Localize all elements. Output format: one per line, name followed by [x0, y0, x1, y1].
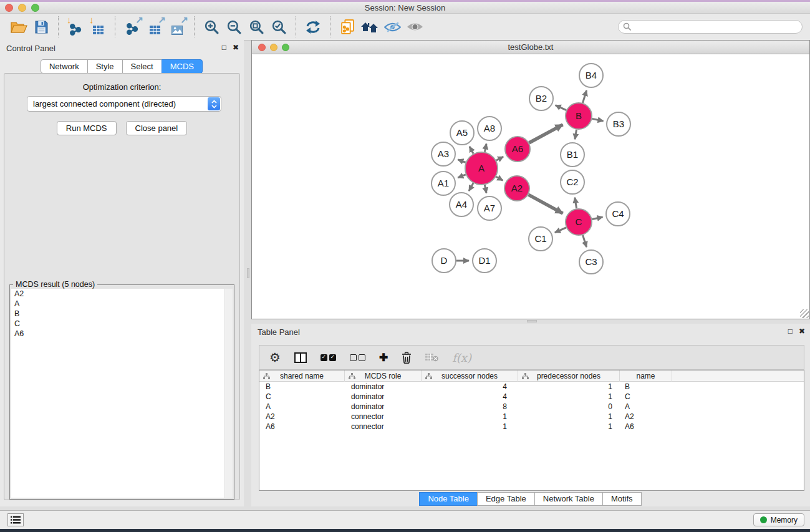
mcds-result-item[interactable]: A [11, 299, 233, 309]
resize-grip[interactable] [800, 309, 809, 318]
node-A5[interactable]: A5 [450, 121, 474, 145]
float-panel-icon[interactable]: □ [788, 327, 793, 336]
table-row[interactable]: Cdominator41C [259, 392, 804, 402]
edge-A6-B[interactable] [529, 125, 562, 143]
node-B2[interactable]: B2 [529, 87, 553, 110]
node-A7[interactable]: A7 [478, 196, 501, 220]
delete-table-button-disabled[interactable] [425, 353, 438, 362]
node-B4[interactable]: B4 [579, 64, 603, 87]
table-row[interactable]: Bdominator41B [259, 382, 804, 392]
edge-A-A8[interactable] [485, 143, 486, 152]
zoom-out-button[interactable] [223, 16, 245, 38]
zoom-fit-button[interactable] [245, 16, 268, 38]
edge-A-A6[interactable] [496, 157, 503, 160]
tab-motifs[interactable]: Motifs [602, 492, 642, 506]
clone-network-button[interactable] [336, 16, 359, 38]
edge-B-B3[interactable] [592, 118, 604, 121]
mcds-result-item[interactable]: A6 [11, 329, 233, 339]
criterion-dropdown[interactable]: largest connected component (directed) [27, 96, 221, 112]
table-row[interactable]: Adominator80A [259, 402, 804, 412]
close-panel-icon[interactable]: ✖ [233, 43, 239, 52]
edge-A-A1[interactable] [458, 175, 466, 178]
mcds-result-item[interactable]: A2 [11, 289, 233, 299]
refresh-button[interactable] [302, 16, 324, 38]
zoom-selected-button[interactable] [268, 16, 290, 38]
edge-A-A5[interactable] [470, 147, 473, 153]
edge-C-C4[interactable] [592, 217, 603, 220]
close-window-button[interactable] [5, 4, 13, 12]
zoom-network-button[interactable] [282, 44, 289, 51]
export-table-button[interactable]: ↗ [143, 16, 166, 38]
node-A4[interactable]: A4 [450, 193, 473, 216]
node-C4[interactable]: C4 [606, 202, 630, 226]
close-network-button[interactable] [258, 44, 266, 51]
node-D[interactable]: D [432, 249, 456, 273]
zoom-window-button[interactable] [31, 4, 39, 12]
tab-style[interactable]: Style [87, 59, 123, 74]
edge-B-B4[interactable] [582, 90, 586, 103]
tab-node-table[interactable]: Node Table [419, 492, 478, 506]
memory-button[interactable]: Memory [753, 513, 804, 526]
node-C1[interactable]: C1 [529, 227, 552, 251]
mcds-result-item[interactable]: B [11, 309, 233, 319]
node-B1[interactable]: B1 [561, 143, 584, 167]
export-network-button[interactable]: ↗ [121, 16, 143, 38]
unselect-all-columns-button[interactable] [350, 354, 365, 361]
hide-details-button[interactable] [381, 16, 403, 38]
tab-network[interactable]: Network [41, 59, 88, 74]
node-A8[interactable]: A8 [478, 117, 501, 140]
split-divider-handle[interactable] [527, 320, 537, 322]
task-history-button[interactable] [7, 513, 24, 526]
edge-C-C3[interactable] [583, 235, 587, 247]
column-header-name[interactable]: name [620, 370, 672, 382]
node-B[interactable]: B [566, 103, 592, 129]
edge-A-A2[interactable] [496, 177, 503, 180]
node-A[interactable]: A [465, 152, 498, 185]
column-header-predecessor-nodes[interactable]: predecessor nodes [518, 370, 620, 382]
run-mcds-button[interactable]: Run MCDS [57, 121, 117, 135]
node-A2[interactable]: A2 [504, 176, 529, 201]
edge-C-C1[interactable] [555, 228, 566, 233]
list-scrollbar[interactable] [224, 289, 233, 498]
mcds-result-item[interactable]: C [11, 319, 233, 329]
node-C2[interactable]: C2 [561, 170, 584, 194]
open-session-button[interactable] [7, 16, 30, 38]
tab-select[interactable]: Select [122, 59, 162, 74]
nested-networks-button[interactable] [359, 16, 381, 38]
tab-edge-table[interactable]: Edge Table [477, 492, 535, 506]
node-C[interactable]: C [566, 209, 592, 235]
node-A1[interactable]: A1 [432, 172, 455, 195]
minimize-window-button[interactable] [18, 4, 26, 12]
node-A3[interactable]: A3 [432, 142, 455, 166]
delete-column-button[interactable] [402, 352, 412, 364]
import-network-button[interactable]: ↓ [64, 16, 87, 38]
table-row[interactable]: A6connector11A6 [259, 422, 804, 432]
edge-B-B1[interactable] [575, 130, 577, 140]
node-D1[interactable]: D1 [473, 249, 496, 273]
node-B3[interactable]: B3 [607, 112, 630, 136]
minimize-network-button[interactable] [270, 44, 277, 51]
close-panel-button[interactable]: Close panel [126, 121, 188, 135]
table-settings-button[interactable]: ⚙ [269, 351, 281, 364]
network-canvas[interactable]: B4B2BB3A8A5A6B1A3AC2A1A2A4A7C4CC1DD1C3 [252, 55, 809, 319]
close-panel-icon[interactable]: ✖ [799, 327, 805, 336]
node-A6[interactable]: A6 [505, 137, 530, 162]
edge-A-A4[interactable] [469, 183, 473, 191]
edge-A2-C[interactable] [528, 195, 562, 213]
column-header-shared-name[interactable]: shared name [259, 370, 345, 382]
show-graphics-button[interactable] [403, 16, 426, 38]
select-all-columns-button[interactable] [321, 354, 336, 361]
show-column-button[interactable] [294, 352, 307, 363]
save-session-button[interactable] [30, 16, 52, 38]
import-table-button[interactable]: ↓ [87, 16, 109, 38]
edge-A-A3[interactable] [458, 160, 465, 163]
table-row[interactable]: A2connector11A2 [259, 412, 804, 422]
edge-C-C2[interactable] [575, 198, 577, 209]
create-column-button[interactable]: ✚ [379, 352, 388, 363]
column-header-successor-nodes[interactable]: successor nodes [422, 370, 518, 382]
edge-B-B2[interactable] [556, 105, 566, 110]
tab-network-table[interactable]: Network Table [534, 492, 603, 506]
search-field[interactable] [618, 20, 803, 34]
zoom-in-button[interactable] [200, 16, 223, 38]
edge-A-A7[interactable] [485, 185, 486, 193]
